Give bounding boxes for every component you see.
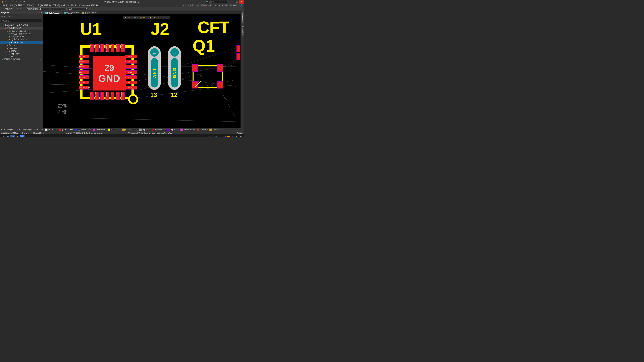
gear-icon[interactable]: ⚙ bbox=[12, 15, 13, 17]
btab-viewconfig[interactable]: View Confi bbox=[33, 129, 44, 131]
tray-battery-icon[interactable]: ▭ bbox=[221, 136, 223, 137]
tray-sync-icon[interactable]: ◉ bbox=[215, 136, 217, 137]
user-profile-icon[interactable]: 👤 bbox=[239, 4, 244, 7]
open-icon[interactable]: ▫ bbox=[12, 1, 15, 3]
active-bom-combo[interactable]: Altium Standard bbox=[26, 7, 49, 10]
layer-tab[interactable]: Bottom Overlay bbox=[122, 129, 139, 131]
u1-pad-left[interactable]: 19 : IRQ bbox=[79, 75, 89, 79]
user-account-button[interactable]: ☁ 郑振宇@凡亿教育 bbox=[218, 4, 239, 7]
layer-nav-next[interactable]: ▸ bbox=[55, 128, 58, 131]
folder-icon[interactable]: ▫ bbox=[9, 15, 10, 17]
share-button[interactable]: ↗分享 bbox=[186, 4, 196, 7]
u1-pad-left[interactable]: 20 : NetR5_1 bbox=[79, 81, 89, 84]
layer-tab[interactable]: [2] Bottom Layer bbox=[74, 129, 92, 131]
menu-route[interactable]: 布线 (U) bbox=[61, 4, 69, 7]
layer-tab[interactable]: [1] Top Layer bbox=[58, 129, 74, 131]
tree-generated[interactable]: ▸▬Generated bbox=[0, 49, 43, 52]
u1-pad-right[interactable]: 3 : NetC2_1 bbox=[125, 75, 137, 79]
chevron-down-icon[interactable]: ▾ bbox=[14, 8, 14, 10]
u1-pad-left[interactable]: 21 : CXO_CTRL bbox=[79, 86, 89, 89]
layer-tab[interactable]: Bottom Solder bbox=[180, 129, 196, 131]
u1-pad-bottom[interactable]: 25 : GPADC1 bbox=[106, 92, 109, 100]
save-all-icon[interactable]: ▫ bbox=[9, 1, 11, 3]
u1-pad-left[interactable]: 15 : CLK bbox=[79, 55, 89, 58]
layer-tab[interactable]: Bottom Paste bbox=[151, 129, 167, 131]
menu-tools[interactable]: 工具 (T) bbox=[52, 4, 60, 7]
u1-pad-bottom[interactable]: 24 : bbox=[100, 92, 104, 100]
properties-panel-tab[interactable]: Properties bbox=[241, 25, 244, 36]
taskbar-app-icon[interactable]: ▦ bbox=[20, 135, 24, 137]
swap-button[interactable]: 交换器件 bbox=[5, 8, 12, 10]
j2-pad-13[interactable]: 13ANT ANT bbox=[148, 46, 161, 90]
save-icon[interactable]: ▫ bbox=[5, 1, 8, 3]
u1-pad-top[interactable]: 12 : NetC1_1 bbox=[100, 44, 104, 52]
tree-nets[interactable]: ▸▬Nets bbox=[0, 55, 43, 58]
menu-place[interactable]: 放置 (P) bbox=[35, 4, 43, 7]
undo-icon[interactable]: ↶ bbox=[20, 1, 22, 3]
filter-combo[interactable]: (All) bbox=[68, 7, 88, 10]
u1-pad-bottom[interactable]: 28 : NetC2_1 bbox=[121, 92, 125, 100]
cft-pad[interactable] bbox=[236, 53, 240, 60]
menu-file[interactable]: 文件 (F) bbox=[1, 4, 8, 7]
buy-online-button[interactable]: 🛒立即在线购买 bbox=[196, 4, 213, 7]
tree-settings[interactable]: ▸▬Settings bbox=[0, 44, 43, 46]
u1-pad-right[interactable]: 6 : GND bbox=[125, 60, 137, 63]
layer-tab[interactable]: Top Solder bbox=[167, 129, 180, 131]
projects-panel-header[interactable]: Projects ▾📌✕ bbox=[0, 11, 43, 14]
components-panel-tab[interactable]: Components bbox=[241, 11, 244, 24]
pcb-canvas[interactable]: ▼ ⊟ + ⊞ ⫴ ▦ ⤳ ∿ 💡 ▭ ☒ ⫝ A ／ bbox=[43, 14, 240, 128]
filter-icon-2[interactable]: ⬚ bbox=[20, 8, 21, 10]
layer-tab[interactable]: Keep-Out La bbox=[209, 129, 224, 131]
tab-nav-first[interactable]: ◂ bbox=[0, 128, 3, 131]
tab-pcb1[interactable]: PCB1.PcbDoc * bbox=[43, 11, 62, 14]
cft-pad[interactable] bbox=[236, 45, 240, 52]
project-tree[interactable]: ▫Project Group 1.DsnWrk ▾▣半孔板.PrjPcb *◻ … bbox=[0, 23, 43, 128]
tab-nav-prev[interactable]: ▸ bbox=[3, 128, 6, 131]
tree-components[interactable]: ▸▬Components bbox=[0, 52, 43, 55]
projects-search-input[interactable]: 🔍 查找 bbox=[1, 19, 42, 22]
layer-tab[interactable]: Top Paste bbox=[139, 129, 151, 131]
tree-source-docs[interactable]: ▾▬Source Documents bbox=[0, 29, 43, 32]
filter-icon[interactable]: ⬚ bbox=[17, 8, 18, 10]
clear-filter-icon[interactable]: ▾ bbox=[89, 8, 90, 10]
layer-tab[interactable]: Drill Guide bbox=[196, 129, 209, 131]
taskbar-word-icon[interactable]: W bbox=[10, 135, 15, 137]
tree-doc-pcb1[interactable]: ▣PCB1.PcbDoc *◻ bbox=[0, 41, 43, 44]
settings-gear-icon[interactable]: ⚙ bbox=[214, 4, 217, 7]
start-button[interactable]: ⊞ bbox=[1, 135, 6, 137]
notification-icon[interactable]: ▭ bbox=[182, 4, 186, 7]
redo-icon[interactable]: ↷ bbox=[24, 1, 26, 3]
component-q1[interactable] bbox=[192, 65, 223, 88]
tree-cloud-user[interactable]: ☁郑振宇@凡亿教育⋯ bbox=[0, 58, 43, 61]
u1-pad-right[interactable]: 7 : NetC2_2 bbox=[125, 55, 137, 58]
tray-sogou-icon[interactable]: S bbox=[212, 136, 214, 137]
compile-icon[interactable]: ▫ bbox=[7, 15, 8, 17]
u1-pad-top[interactable]: 11 : NetR1_1 bbox=[106, 44, 109, 52]
btab-projects[interactable]: Projects bbox=[6, 129, 16, 131]
u1-pad-bottom[interactable]: 26 : bbox=[111, 92, 114, 100]
panel-close-icon[interactable]: ✕ bbox=[41, 11, 42, 13]
menu-design[interactable]: 设计 (D) bbox=[44, 4, 52, 7]
u1-center-pad[interactable]: 29 GND bbox=[93, 56, 126, 90]
u1-pad-bottom[interactable]: 27 : bbox=[116, 92, 120, 100]
menu-window[interactable]: Window (W) bbox=[78, 4, 90, 6]
u1-pad-top[interactable]: 14 : SEL bbox=[90, 44, 94, 52]
menu-view[interactable]: 视图 (V) bbox=[18, 4, 26, 7]
u1-pad-right[interactable]: 2 : GND bbox=[125, 81, 137, 84]
cross-probe-icon[interactable]: ✚ bbox=[22, 8, 24, 10]
tray-shield-icon[interactable]: 🛡 bbox=[209, 136, 211, 137]
u1-pad-left[interactable]: 16 : MISO bbox=[79, 60, 89, 63]
minimize-button[interactable]: — bbox=[229, 0, 234, 4]
search-input[interactable]: 🔍 Search bbox=[206, 0, 228, 3]
u1-pad-top[interactable]: 13 : SYSCLK bbox=[95, 44, 99, 52]
save-icon[interactable]: ▫ bbox=[2, 8, 3, 10]
tree-group[interactable]: ▫Project Group 1.DsnWrk bbox=[0, 24, 43, 27]
btab-messages[interactable]: Messages bbox=[22, 129, 33, 131]
tray-volume-icon[interactable]: 🔊 bbox=[231, 136, 234, 137]
u1-pad-right[interactable]: 5 : bbox=[125, 65, 137, 69]
tab-pcb-main[interactable]: 半孔板.PcbDoc bbox=[62, 11, 80, 14]
home-icon[interactable]: ⌂ bbox=[1, 15, 2, 17]
variant-combo[interactable] bbox=[50, 7, 66, 10]
dropdown-icon[interactable]: ▾ bbox=[36, 11, 38, 13]
menu-edit[interactable]: 编辑 (E) bbox=[9, 4, 17, 7]
